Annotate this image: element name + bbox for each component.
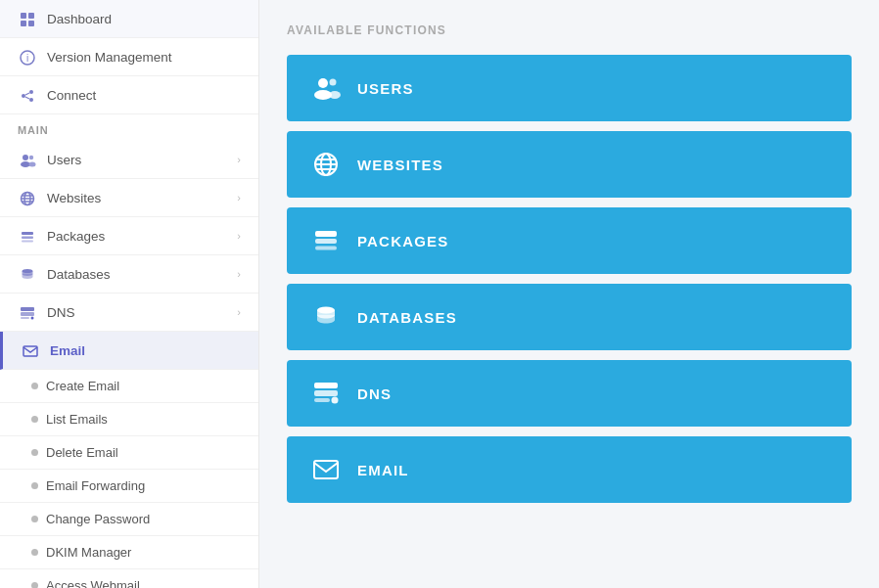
svg-point-34 [329, 91, 341, 99]
svg-rect-3 [28, 21, 34, 26]
sub-menu-label: DKIM Manager [46, 545, 131, 560]
bullet-dot [31, 549, 38, 556]
users-card-icon [310, 72, 342, 104]
svg-point-13 [29, 156, 33, 159]
packages-card-icon [310, 225, 342, 256]
sidebar-item-websites[interactable]: Websites › [0, 179, 258, 217]
databases-card-icon [310, 301, 342, 333]
svg-rect-44 [314, 383, 338, 388]
main-content: AVAILABLE FUNCTIONS USERS [259, 0, 879, 588]
card-label: EMAIL [357, 462, 409, 478]
sub-menu-list-emails[interactable]: List Emails [0, 403, 258, 436]
svg-rect-1 [28, 13, 34, 19]
svg-rect-26 [21, 317, 29, 319]
dns-icon [18, 303, 37, 321]
sidebar-item-label: Websites [47, 191, 101, 205]
svg-line-10 [25, 97, 29, 99]
svg-point-6 [22, 94, 25, 98]
sub-menu-dkim-manager[interactable]: DKIM Manager [0, 536, 258, 569]
card-email[interactable]: EMAIL [287, 436, 852, 503]
sidebar-item-email[interactable]: Email 1 [0, 332, 258, 370]
svg-line-9 [25, 93, 29, 95]
sidebar-item-version-management[interactable]: i Version Management [0, 38, 258, 76]
chevron-right-icon: › [237, 192, 241, 204]
card-label: USERS [357, 80, 414, 97]
sidebar-item-label: Dashboard [47, 12, 112, 26]
sidebar-item-connect[interactable]: Connect [0, 76, 258, 114]
sidebar-item-label: Version Management [47, 50, 172, 65]
card-users[interactable]: USERS [287, 55, 852, 121]
sidebar-item-label: Databases [47, 267, 111, 282]
sub-menu-label: Access Webmail [46, 578, 140, 588]
svg-rect-25 [21, 312, 34, 316]
svg-point-8 [29, 98, 33, 102]
sidebar-item-users[interactable]: Users › [0, 141, 258, 179]
sidebar-item-databases[interactable]: Databases › [0, 255, 258, 294]
sidebar-item-label: Users [47, 153, 81, 167]
svg-text:i: i [26, 53, 28, 64]
databases-icon [18, 265, 37, 283]
svg-rect-45 [314, 390, 338, 396]
chevron-right-icon: › [237, 230, 241, 242]
users-icon [18, 151, 37, 168]
card-websites[interactable]: WEBSITES [287, 131, 852, 198]
card-label: DNS [357, 385, 392, 402]
globe-card-icon [310, 149, 342, 180]
bullet-dot [31, 516, 38, 522]
svg-point-27 [31, 317, 34, 320]
svg-rect-21 [22, 237, 33, 240]
sidebar-item-label: Email [50, 343, 85, 358]
svg-point-31 [318, 78, 328, 88]
sub-menu-label: Email Forwarding [46, 478, 145, 493]
svg-point-11 [23, 155, 28, 160]
sub-menu-label: List Emails [46, 412, 108, 427]
connect-icon [18, 86, 37, 104]
function-cards: USERS WEBSITES [287, 55, 852, 503]
sub-menu-label: Create Email [46, 379, 119, 393]
card-packages[interactable]: PACKAGES [287, 207, 852, 274]
sidebar: Dashboard i Version Management Connect M… [0, 0, 259, 588]
sidebar-item-label: Packages [47, 229, 105, 244]
sub-menu-delete-email[interactable]: Delete Email [0, 436, 258, 470]
dashboard-icon [18, 10, 37, 27]
sub-menu-change-password[interactable]: Change Password [0, 503, 258, 536]
card-label: DATABASES [357, 309, 457, 326]
card-dns[interactable]: DNS [287, 360, 852, 427]
svg-rect-46 [314, 398, 330, 402]
svg-rect-22 [22, 241, 33, 243]
sub-menu-create-email[interactable]: Create Email 2 [0, 370, 258, 403]
dns-card-icon [310, 378, 342, 409]
svg-rect-2 [21, 21, 26, 26]
svg-point-7 [29, 90, 33, 94]
section-title: AVAILABLE FUNCTIONS [287, 23, 852, 37]
sidebar-item-dns[interactable]: DNS › [0, 294, 258, 332]
globe-icon [18, 189, 37, 206]
sub-menu-label: Change Password [46, 512, 150, 526]
bullet-dot [31, 482, 38, 489]
email-card-icon [310, 454, 342, 485]
bullet-dot [31, 416, 38, 423]
sidebar-item-dashboard[interactable]: Dashboard [0, 0, 258, 38]
chevron-right-icon: › [237, 268, 241, 280]
svg-rect-40 [315, 231, 337, 237]
sub-menu-label: Delete Email [46, 445, 118, 460]
card-databases[interactable]: DATABASES [287, 284, 852, 350]
svg-rect-48 [314, 461, 338, 478]
sub-menu-access-webmail[interactable]: Access Webmail [0, 569, 258, 588]
svg-rect-0 [21, 13, 26, 19]
svg-rect-41 [315, 239, 337, 244]
chevron-right-icon: › [237, 154, 241, 165]
sidebar-item-label: Connect [47, 88, 96, 103]
svg-point-47 [332, 397, 339, 404]
svg-point-14 [29, 162, 36, 167]
sidebar-item-packages[interactable]: Packages › [0, 217, 258, 255]
email-icon [21, 341, 40, 359]
svg-point-33 [330, 79, 337, 86]
card-label: PACKAGES [357, 233, 449, 249]
sidebar-section-main: MAIN [0, 114, 258, 141]
info-icon: i [18, 48, 37, 66]
packages-icon [18, 227, 37, 245]
chevron-right-icon: › [237, 306, 241, 318]
svg-rect-20 [22, 232, 33, 235]
sub-menu-email-forwarding[interactable]: Email Forwarding [0, 470, 258, 503]
